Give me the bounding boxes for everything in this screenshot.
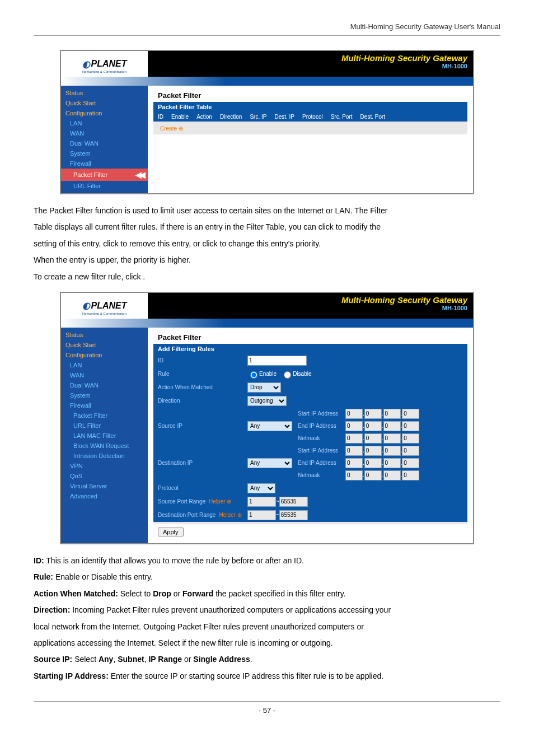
id-input[interactable] — [247, 356, 307, 366]
sidebar-item-configuration[interactable]: Configuration — [61, 350, 148, 360]
sidebar-item-urlfilter[interactable]: URL Filter — [61, 421, 148, 431]
create-link[interactable]: Create ⊕ — [160, 125, 183, 132]
sidebar-item-qos[interactable]: QoS — [61, 471, 148, 481]
endip-label: End IP Address — [298, 460, 345, 466]
sidebar-item-firewall[interactable]: Firewall — [61, 400, 148, 410]
col-id: ID — [158, 114, 163, 120]
ip-octet-input[interactable] — [402, 409, 419, 419]
col-destip: Dest. IP — [274, 114, 294, 120]
ip-octet-input[interactable] — [345, 470, 363, 480]
srcip-select[interactable]: Any — [247, 421, 292, 431]
sidebar-item-status[interactable]: Status — [61, 330, 148, 340]
col-srcip: Src. IP — [250, 114, 266, 120]
ip-octet-input[interactable] — [383, 458, 401, 468]
col-direction: Direction — [220, 114, 242, 120]
rule-disable-radio[interactable] — [284, 371, 291, 379]
endip-label: End IP Address — [298, 423, 345, 429]
ip-octet-input[interactable] — [383, 470, 401, 480]
active-arrows-icon: ◀◀ — [135, 170, 143, 179]
paragraph-1: The Packet Filter function is used to li… — [34, 203, 500, 285]
ip-octet-input[interactable] — [383, 446, 401, 456]
page-header: Multi-Homing Security Gateway User's Man… — [34, 22, 500, 36]
col-destport: Dest. Port — [360, 114, 385, 120]
row-destport: Destination Port RangeHelper ⊕ ~ — [153, 508, 467, 522]
port-to-input[interactable] — [279, 497, 308, 507]
ip-octet-input[interactable] — [345, 458, 363, 468]
product-title: Multi-Homing Security Gateway MH-1000 — [148, 51, 473, 77]
row-action: Action When Matched Drop — [153, 381, 467, 394]
row-source-ip: Source IP Any Start IP Address ... End I… — [153, 408, 467, 445]
sidebar-item-quickstart[interactable]: Quick Start — [61, 340, 148, 350]
ip-octet-input[interactable] — [383, 421, 401, 431]
table-header-row: ID Enable Action Direction Src. IP Dest.… — [153, 112, 467, 122]
brand-logo: ◐PLANET Networking & Communication — [61, 293, 148, 319]
port-from-input[interactable] — [247, 497, 276, 507]
sidebar-item-wan[interactable]: WAN — [61, 370, 148, 380]
destip-select[interactable]: Any — [247, 458, 292, 468]
sidebar-item-lan[interactable]: LAN — [61, 360, 148, 370]
ip-octet-input[interactable] — [364, 446, 382, 456]
startip-label: Start IP Address — [298, 410, 345, 417]
sidebar-item-intrusion[interactable]: Intrusion Detection — [61, 451, 148, 461]
ip-octet-input[interactable] — [383, 433, 401, 444]
helper-link[interactable]: Helper ⊕ — [219, 512, 241, 518]
protocol-select[interactable]: Any — [247, 483, 275, 493]
sidebar-item-packetfilter[interactable]: Packet Filter — [61, 410, 148, 421]
panel-title: Packet Filter — [153, 89, 467, 102]
product-title: Multi-Homing Security Gateway MH-1000 — [148, 293, 473, 319]
sidebar-item-lan[interactable]: LAN — [61, 118, 148, 128]
create-plus-icon: ⊕ — [179, 125, 183, 132]
apply-button[interactable]: Apply — [158, 528, 184, 536]
helper-link[interactable]: Helper ⊕ — [209, 498, 231, 505]
row-rule: Rule Enable Disable — [153, 367, 467, 381]
create-row: Create ⊕ — [153, 122, 467, 134]
ip-octet-input[interactable] — [364, 433, 382, 444]
rule-enable-radio[interactable] — [250, 371, 257, 379]
ip-octet-input[interactable] — [364, 409, 382, 419]
ip-octet-input[interactable] — [402, 446, 419, 456]
col-enable: Enable — [171, 114, 189, 120]
sidebar-item-quickstart[interactable]: Quick Start — [61, 98, 148, 108]
sidebar-item-system[interactable]: System — [61, 390, 148, 400]
main-panel: Packet Filter Packet Filter Table ID Ena… — [148, 86, 473, 193]
ip-octet-input[interactable] — [364, 421, 382, 431]
sidebar-item-firewall[interactable]: Firewall — [61, 158, 148, 169]
ip-octet-input[interactable] — [345, 433, 363, 444]
ip-octet-input[interactable] — [402, 458, 419, 468]
sidebar-item-blockwan[interactable]: Block WAN Request — [61, 441, 148, 451]
col-protocol: Protocol — [302, 114, 323, 120]
sidebar-item-status[interactable]: Status — [61, 88, 148, 98]
ip-octet-input[interactable] — [345, 421, 363, 431]
sidebar-item-vserver[interactable]: Virtual Server — [61, 481, 148, 491]
direction-select[interactable]: Outgoing — [247, 396, 287, 406]
sidebar-item-packetfilter[interactable]: Packet Filter◀◀ — [61, 169, 148, 181]
ip-octet-input[interactable] — [345, 446, 363, 456]
ip-octet-input[interactable] — [402, 470, 419, 480]
sidebar-item-system[interactable]: System — [61, 148, 148, 158]
screenshot-add-filter-rules: ◐PLANET Networking & Communication Multi… — [60, 292, 474, 544]
sidebar-item-advanced[interactable]: Advanced — [61, 491, 148, 501]
main-panel-form: Packet Filter Add Filtering Rules ID Rul… — [148, 328, 473, 543]
sidebar-item-urlfilter[interactable]: URL Filter — [61, 181, 148, 191]
panel-title: Packet Filter — [153, 331, 467, 344]
port-from-input[interactable] — [247, 510, 276, 520]
ip-octet-input[interactable] — [364, 458, 382, 468]
sidebar-item-vpn[interactable]: VPN — [61, 461, 148, 471]
action-select[interactable]: Drop — [247, 382, 281, 393]
sidebar-item-dualwan[interactable]: Dual WAN — [61, 380, 148, 390]
col-action: Action — [196, 114, 212, 120]
panel-subtitle: Packet Filter Table — [153, 102, 467, 112]
sidebar-item-dualwan[interactable]: Dual WAN — [61, 138, 148, 148]
ip-octet-input[interactable] — [364, 470, 382, 480]
ip-octet-input[interactable] — [345, 409, 363, 419]
paragraph-2: ID: This is an identify that allows you … — [34, 553, 500, 684]
sidebar-item-wan[interactable]: WAN — [61, 128, 148, 138]
row-srcport: Source Port RangeHelper ⊕ ~ — [153, 495, 467, 508]
port-to-input[interactable] — [279, 510, 308, 520]
ip-octet-input[interactable] — [402, 433, 419, 444]
sidebar-item-configuration[interactable]: Configuration — [61, 108, 148, 118]
ip-octet-input[interactable] — [402, 421, 419, 431]
sidebar-item-lanmac[interactable]: LAN MAC Filter — [61, 431, 148, 441]
row-id: ID — [153, 354, 467, 367]
ip-octet-input[interactable] — [383, 409, 401, 419]
